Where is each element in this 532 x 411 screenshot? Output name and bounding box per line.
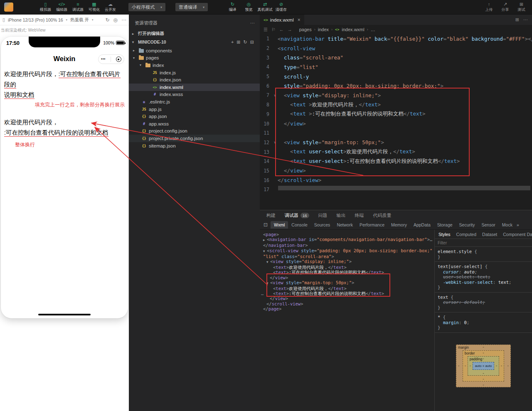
panel-tab[interactable]: 代码质量 [373,212,392,219]
wxml-node[interactable]: <text>欢迎使用代码片段，</text> [260,286,434,291]
open-editors-section[interactable]: ▸ 打开的编辑器 [129,30,260,38]
bookmark-icon[interactable]: ⚐ [271,27,276,32]
share-button[interactable]: ↗分享 [497,0,513,15]
code-line[interactable]: 8 <text >欢迎使用代码片段，</text> [260,100,532,110]
devtools-tab-network[interactable]: Network [333,221,356,229]
outline-icon[interactable]: ☰ [264,27,268,32]
wxml-node[interactable]: <text>欢迎使用代码片段，</text> [260,265,434,270]
panel-tab[interactable]: 问题 [318,212,328,219]
more-icon[interactable]: ⋯ [121,17,126,23]
code-line[interactable]: 1<navigation-bar title="Weixin" back="{{… [260,34,532,44]
panel-tab[interactable]: 调试器16 [285,212,309,219]
devtools-tab-appdata[interactable]: AppData [410,221,434,229]
panel-tab[interactable]: 终端 [355,212,364,219]
panel-tab[interactable]: 构建 [266,212,276,219]
file-row[interactable]: ◉.eslintrc.js [129,98,260,106]
file-row[interactable]: #app.wxss [129,120,260,128]
more-actions-icon[interactable]: ⋯ [523,17,528,22]
more-menu-icon[interactable]: ••• [101,57,106,61]
scrollbar-thumb[interactable] [278,186,530,190]
code-line[interactable]: 6 style="padding: 0px 20px; box-sizing: … [260,81,532,91]
file-row[interactable]: #index.wxss [129,91,260,98]
test-button[interactable]: ⊞测试 [513,0,530,15]
devtools-tab-storage[interactable]: Storage [434,221,456,229]
refresh-icon[interactable]: ↻ [244,39,247,45]
code-line[interactable]: 11 [260,128,532,138]
devtools-tab-console[interactable]: Console [288,221,311,229]
filter-input[interactable] [435,241,532,245]
new-folder-icon[interactable]: ⊞ [236,39,240,45]
wxml-node[interactable]: ▼<view style="margin-top: 50px;"> [260,280,434,286]
editor-button[interactable]: </>编辑器 [54,0,70,15]
horizontal-scrollbar[interactable] [278,186,531,190]
compile-button[interactable]: ↻编译 [224,0,241,15]
devtools-tab-wxml[interactable]: Wxml [271,221,288,229]
code-line[interactable]: 16</scroll-view> [260,175,532,185]
wxml-node[interactable]: </view> [260,275,434,280]
hot-reload-toggle[interactable]: 热重载 开 [70,17,89,23]
overflow-chevron-icon[interactable]: » [517,222,519,227]
wxml-node[interactable]: ▼<view style="display: inline;"> [260,259,434,265]
upload-button[interactable]: ↑上传 [481,0,497,15]
debugger-button[interactable]: ≡调试器 [70,0,86,15]
wxml-node[interactable]: </view> [260,296,434,301]
styles-tab-styles[interactable]: Styles [436,231,453,238]
wxml-node[interactable]: </navigation-bar> [260,243,434,248]
split-editor-icon[interactable]: ⊞ [515,17,519,22]
code-line[interactable]: 5 scroll-y [260,72,532,81]
css-property[interactable]: margin: 0; [438,320,529,325]
file-row[interactable]: {}project.private.config.json [129,135,260,142]
simulator-button[interactable]: ▯模拟器 [37,0,54,15]
wxml-node[interactable]: </page> [260,306,434,311]
user-avatar[interactable] [4,2,13,12]
devtools-tab-memory[interactable]: Memory [388,221,410,229]
file-row[interactable]: {}sitemap.json [129,142,260,150]
new-file-icon[interactable]: + [231,39,234,45]
close-icon[interactable]: × [298,17,300,23]
project-root[interactable]: ▾ MINICODE-10 +⊞↻⊟ [129,38,260,46]
panel-tab[interactable]: 输出 [337,212,346,219]
styles-tab-dataset[interactable]: Dataset [479,231,500,238]
code-line[interactable]: 10 </view> [260,119,532,128]
devtools-tab-sources[interactable]: Sources [311,221,334,229]
wxml-node[interactable]: "list" class="scroll-area"> [260,254,434,259]
devtools-tab-mock[interactable]: Mock [499,221,516,229]
css-property[interactable]: user-select: text; [438,274,529,280]
wxml-node[interactable]: <text>:可在控制台查看代码片段的说明和文档</text> [260,270,434,275]
css-property[interactable]: cursor: auto; [438,269,529,275]
file-row[interactable]: JSindex.js [129,69,260,76]
code-line[interactable]: 3 class="scroll-area" [260,53,532,62]
code-line[interactable]: 15 </view> [260,166,532,176]
devtools-tab-performance[interactable]: Performance [356,221,388,229]
code-line[interactable]: 9 <text >:可在控制台查看代码片段的说明和文档</text> [260,110,532,119]
breadcrumb-item[interactable]: … [371,27,375,32]
code-line[interactable]: 12∨ <view style="margin-top: 50px;"> [260,138,532,148]
code-area[interactable]: 1<navigation-bar title="Weixin" back="{{… [260,34,532,210]
css-property[interactable]: -webkit-user-select: text; [438,280,529,285]
code-line[interactable]: 2<scroll-view [260,44,532,53]
wxml-node[interactable]: ▶<navigation-bar is="components/navigati… [260,237,434,243]
clear-cache-button[interactable]: ⊘清缓存 [273,0,289,15]
file-row[interactable]: ▸components [129,47,260,54]
home-icon[interactable] [116,57,121,62]
css-property[interactable]: cursor: default; [438,300,529,305]
record-icon[interactable]: ◎ [113,17,118,23]
remote-debug-button[interactable]: ⇄真机调试 [257,0,273,15]
wxml-node[interactable]: …<text>:可在控制台查看代码片段的说明和文档</text> [260,291,434,296]
code-line[interactable]: 4 type="list" [260,62,532,72]
mode-select[interactable]: 小程序模式 ▾ [128,3,165,11]
file-row[interactable]: ▾index [129,62,260,69]
tab-index-wxml[interactable]: <> index.wxml × [260,15,304,25]
compile-select[interactable]: 普通编译 ▾ [175,3,208,11]
wxml-node[interactable]: </scroll-view> [260,301,434,306]
code-line[interactable]: 14 <text user-select>:可在控制台查看代码片段的说明和文档<… [260,157,532,166]
file-row[interactable]: {}index.json [129,76,260,84]
device-select[interactable]: iPhone 12/13 (Pro) 100% 16 [8,17,63,22]
back-icon[interactable]: ← [279,27,284,32]
cloud-dev-button[interactable]: ☁云开发 [102,0,118,15]
more-icon[interactable]: ⋯ [250,20,255,26]
file-row[interactable]: {}project.config.json [129,128,260,135]
breadcrumb-item[interactable]: index [318,27,329,32]
breadcrumb-item[interactable]: index.wxml [342,27,364,32]
capsule-menu[interactable]: ••• [98,54,124,64]
